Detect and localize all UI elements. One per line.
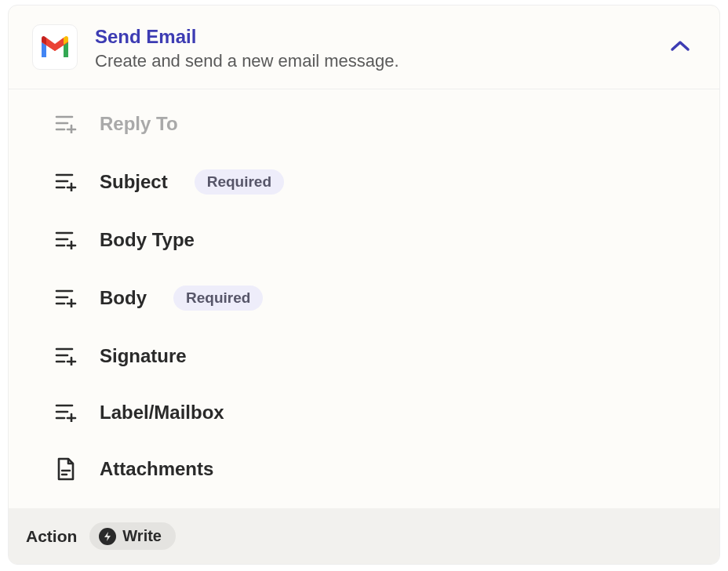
- add-field-icon: [54, 402, 78, 423]
- header-text: Send Email Create and send a new email m…: [95, 24, 664, 71]
- add-field-icon: [54, 346, 78, 366]
- field-label: Label/Mailbox: [100, 402, 224, 424]
- gmail-icon: [32, 24, 78, 70]
- bolt-icon: [99, 528, 116, 545]
- attachment-icon: [54, 459, 78, 479]
- add-field-icon: [54, 288, 78, 308]
- collapse-button[interactable]: [664, 31, 696, 62]
- field-label: Attachments: [100, 458, 213, 480]
- card-footer: Action Write: [9, 508, 719, 564]
- field-body-type[interactable]: Body Type: [54, 212, 696, 268]
- field-label-mailbox[interactable]: Label/Mailbox: [54, 384, 696, 441]
- field-reply-to[interactable]: Reply To: [54, 96, 696, 152]
- field-label: Body Type: [100, 229, 195, 251]
- field-signature[interactable]: Signature: [54, 328, 696, 384]
- chevron-up-icon: [670, 40, 690, 53]
- action-card: Send Email Create and send a new email m…: [8, 5, 720, 565]
- field-attachments[interactable]: Attachments: [54, 441, 696, 497]
- fields-list: Reply To Subject Required Body Type Body…: [9, 89, 719, 508]
- write-label: Write: [122, 527, 162, 545]
- field-label: Signature: [100, 345, 187, 367]
- add-field-icon: [54, 230, 78, 250]
- card-title: Send Email: [95, 26, 664, 48]
- add-field-icon: [54, 172, 78, 192]
- card-subtitle: Create and send a new email message.: [95, 51, 664, 71]
- field-label: Reply To: [100, 113, 178, 135]
- add-field-icon: [54, 114, 78, 134]
- field-body[interactable]: Body Required: [54, 268, 696, 328]
- action-label: Action: [26, 527, 77, 546]
- write-pill[interactable]: Write: [89, 522, 176, 550]
- field-subject[interactable]: Subject Required: [54, 152, 696, 212]
- field-label: Body: [100, 287, 147, 309]
- required-badge: Required: [195, 169, 284, 195]
- required-badge: Required: [173, 286, 263, 311]
- field-label: Subject: [100, 171, 168, 193]
- card-header: Send Email Create and send a new email m…: [9, 5, 719, 89]
